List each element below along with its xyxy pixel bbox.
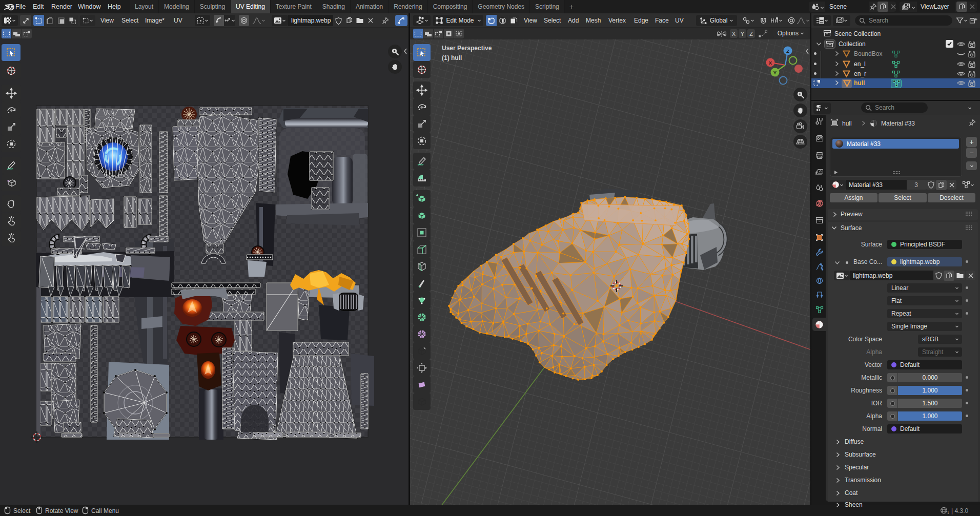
svg-text:X: X: [769, 60, 772, 66]
svg-text:Y: Y: [773, 70, 777, 75]
svg-text:1: 1: [947, 511, 949, 514]
svg-text:Z: Z: [786, 48, 789, 54]
